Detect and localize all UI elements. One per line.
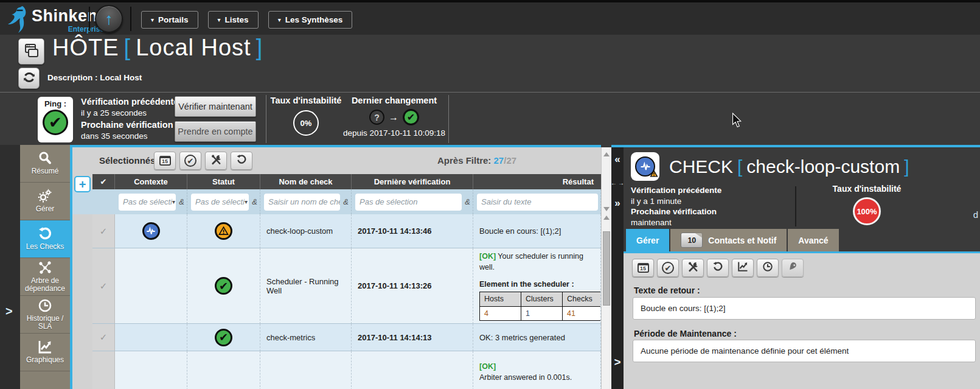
return-text-field[interactable]: Boucle en cours: [(1);2]: [633, 297, 976, 320]
downtime-button[interactable]: 15: [154, 152, 176, 170]
scrollbar-thumb[interactable]: [603, 231, 610, 306]
object-type: HÔTE: [52, 35, 119, 60]
bracket-close: ]: [256, 35, 263, 60]
detail-name: check-loop-custom: [746, 156, 900, 177]
undo-arrow-icon: [37, 226, 53, 241]
menu-listes[interactable]: ▾Listes: [208, 11, 259, 29]
scroll-top-button[interactable]: ↑: [95, 5, 123, 33]
filter-cell-contexte: Pas de sélecti▾ &: [115, 189, 187, 214]
row-select-checkbox[interactable]: ✓: [92, 324, 115, 351]
collapse-panel-button[interactable]: «: [611, 153, 624, 166]
ping-status-card: Ping : ✔: [38, 97, 73, 142]
history-button[interactable]: [757, 259, 779, 277]
windows-button[interactable]: [18, 38, 44, 65]
resultat-filter-input[interactable]: Saisir du texte: [477, 194, 598, 211]
scroll-down-icon[interactable]: [603, 207, 610, 211]
downtime-button[interactable]: 15: [632, 259, 654, 277]
filter-total: /27: [504, 155, 516, 166]
sidebar: Résumé Gérer Les Checks: [20, 145, 70, 389]
detail-check-times: Vérification précédente il y a 1 minute …: [631, 185, 721, 228]
add-filter-button[interactable]: +: [74, 176, 91, 192]
scroll-up-icon[interactable]: [603, 152, 610, 156]
derniere-filter-input[interactable]: Pas de sélection: [355, 194, 462, 211]
tab-gerer[interactable]: Gérer: [626, 229, 669, 251]
main-menu: ▾Portails ▾Listes ▾Les Synthèses: [141, 11, 352, 29]
check-result: OK: 3 metrics generated: [473, 324, 601, 351]
recheck-button[interactable]: [707, 259, 729, 277]
and-operator: &: [343, 197, 349, 206]
expand-sidebar-button[interactable]: >: [5, 304, 13, 318]
sidebar-item-arbre-dependance[interactable]: Arbre de dépendance: [20, 258, 70, 296]
gears-icon: [38, 189, 52, 203]
bracket-close: ]: [904, 156, 909, 177]
flapping-rate-badge: 0%: [293, 110, 319, 136]
maintenance-period-field[interactable]: Aucune période de maintenance définie po…: [633, 340, 976, 362]
table-row[interactable]: ✓ check-loop-custom 2017-10-11 14:13:46 …: [72, 214, 601, 248]
brand-text: Shinken™ Enterprise: [32, 8, 104, 33]
sidebar-item-graphiques[interactable]: Graphiques: [20, 334, 70, 371]
tab-contacts-notif[interactable]: 10 Contacts et Notif: [670, 229, 787, 251]
column-derniere-verification[interactable]: Dernière vérification: [352, 174, 473, 189]
expand-bottom-button[interactable]: >: [611, 356, 624, 369]
sidebar-item-historique-sla[interactable]: Historique / SLA: [20, 296, 70, 334]
expand-panel-button[interactable]: »: [611, 197, 624, 209]
column-resultat[interactable]: Résultat: [473, 174, 601, 189]
nom-filter-input[interactable]: Saisir un nom de che: [264, 194, 340, 211]
chart-icon: [737, 261, 748, 275]
resize-panel-handle[interactable]: ←→: [611, 179, 624, 186]
detail-flapping-block: Taux d'instabilité 100%: [806, 184, 928, 225]
menu-portails[interactable]: ▾Portails: [141, 11, 198, 29]
ok-tag: [OK]: [479, 361, 594, 372]
recheck-button[interactable]: [231, 152, 252, 170]
sidebar-item-gerer[interactable]: Gérer: [20, 183, 70, 220]
acknowledge-selection-button[interactable]: ✔: [179, 152, 201, 170]
detail-header: CHECK[check-loop-custom]: [631, 152, 913, 181]
sidebar-item-resume[interactable]: Résumé: [20, 145, 70, 183]
menu-syntheses[interactable]: ▾Les Synthèses: [268, 11, 353, 29]
table-scrollbar[interactable]: [601, 147, 611, 389]
chevron-down-icon: ▾: [172, 198, 175, 205]
acknowledge-button[interactable]: Prendre en compte: [175, 121, 256, 142]
scheduler-elements-label: Element in the scheduler :: [479, 279, 594, 290]
graph-button[interactable]: [732, 259, 754, 277]
scheduler-elements-table: Hosts Clusters Checks 4 1 41: [479, 292, 601, 320]
select-all-header[interactable]: ✔: [92, 174, 115, 189]
tag-button[interactable]: [782, 259, 804, 277]
column-nom-de-check[interactable]: Nom de check: [260, 174, 352, 189]
windows-stack-icon: [24, 43, 40, 61]
shinken-app: Shinken™ Enterprise ↑ ▾Portails ▾Listes …: [0, 0, 980, 389]
table-filter-row: Pas de sélecti▾ & Pas de sélecti▾ & Sais…: [72, 189, 601, 214]
table-row[interactable]: ✓ ✔ Scheduler - Running Well 2017-10-11 …: [72, 248, 601, 324]
check-now-button[interactable]: Vérifier maintenant: [175, 96, 256, 117]
search-icon: [38, 151, 52, 166]
ping-label: Ping :: [38, 99, 73, 108]
row-select-checkbox[interactable]: [92, 351, 115, 389]
page-title: HÔTE[Local Host]: [52, 35, 268, 61]
contexte-filter-select[interactable]: Pas de sélecti▾: [119, 194, 176, 211]
tools-button[interactable]: [205, 152, 227, 170]
and-operator: &: [465, 197, 470, 206]
row-select-checkbox[interactable]: ✓: [92, 214, 115, 248]
column-statut[interactable]: Statut: [187, 174, 260, 189]
tab-avance[interactable]: Avancé: [788, 229, 838, 251]
table-row[interactable]: ✓ ✔ check-metrics 2017-10-11 14:14:13 OK…: [72, 324, 601, 351]
row-select-checkbox[interactable]: ✓: [92, 248, 115, 324]
acknowledge-button[interactable]: ✔: [657, 259, 679, 277]
chart-icon: [38, 340, 52, 354]
table-row[interactable]: [OK] Arbiter answered in 0.001s. Connect…: [72, 351, 601, 389]
tools-button[interactable]: [682, 259, 704, 277]
scroll-up-icon[interactable]: [603, 216, 610, 220]
check-name: Scheduler - Running Well: [260, 248, 352, 324]
after-filter-counter: Après Filtre: 27/27: [437, 155, 596, 166]
last-check-time: 2017-10-11 14:14:13: [352, 324, 473, 351]
ok-status-icon: ✔: [215, 277, 232, 295]
refresh-button[interactable]: [18, 68, 40, 89]
page-header: HÔTE[Local Host] Description : Local Hos…: [0, 35, 980, 92]
flapping-rate-block: Taux d'instabilité 0%: [269, 96, 342, 136]
sidebar-item-les-checks[interactable]: Les Checks: [20, 220, 70, 258]
next-check-block: Prochaine vérification dans 35 secondes: [81, 119, 190, 141]
mail-count-badge: 10: [681, 233, 703, 248]
filter-cell-statut: Pas de sélecti▾ &: [187, 189, 260, 214]
column-contexte[interactable]: Contexte: [115, 174, 187, 189]
statut-filter-select[interactable]: Pas de sélecti▾: [191, 194, 249, 211]
